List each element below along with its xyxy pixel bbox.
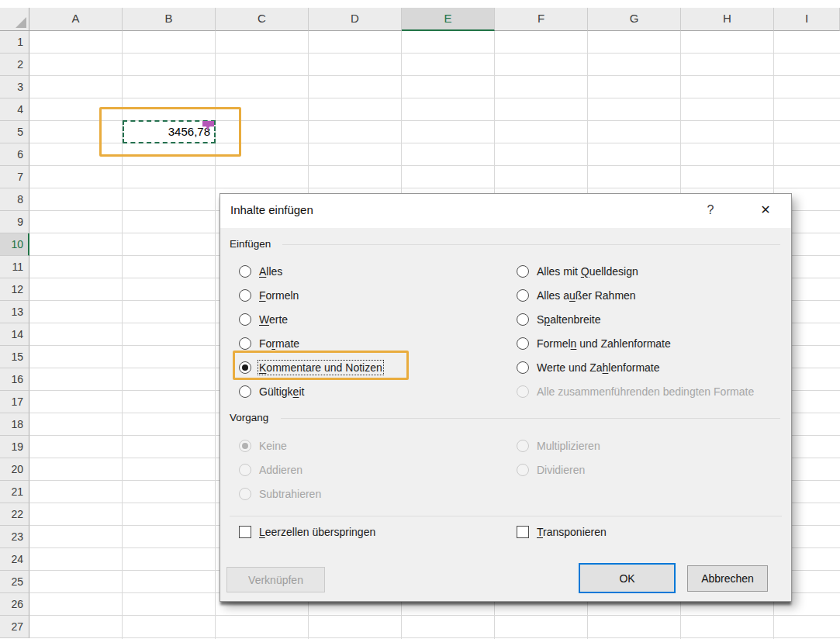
vorgang-options-right: MultiplizierenDividieren (517, 433, 600, 482)
option-label: Alles (259, 265, 282, 278)
dialog-title: Inhalte einfügen (230, 194, 313, 226)
row-header-3[interactable]: 3 (0, 76, 29, 98)
option-label: Alles mit Quelldesign (537, 265, 638, 278)
select-all-corner[interactable] (0, 8, 29, 31)
radio-gueltigkeit[interactable]: Gültigkeit (239, 379, 382, 403)
einfuegen-options-left: AllesFormelnWerteFormateKommentare und N… (239, 259, 382, 403)
option-label: Werte (259, 313, 288, 326)
row-header-2[interactable]: 2 (0, 54, 29, 76)
radio-dividieren: Dividieren (517, 458, 600, 482)
option-label: Dividieren (537, 464, 585, 476)
column-header-A[interactable]: A (29, 8, 123, 31)
radio-spaltenbreite[interactable]: Spaltenbreite (517, 307, 754, 331)
column-header-G[interactable]: G (588, 8, 681, 31)
row-header-7[interactable]: 7 (0, 166, 29, 188)
radio-werte[interactable]: Werte (239, 307, 382, 331)
row-header-10[interactable]: 10 (0, 233, 29, 256)
help-icon[interactable]: ? (703, 194, 718, 226)
radio-icon (239, 440, 251, 452)
annotation-box-kommentare (233, 351, 409, 380)
radio-icon[interactable] (239, 337, 251, 350)
row-header-17[interactable]: 17 (0, 391, 29, 413)
group-divider-einfuegen (282, 244, 780, 245)
row-header-15[interactable]: 15 (0, 346, 29, 368)
verknuepfen-button: Verknüpfen (226, 567, 325, 592)
option-label: Alle zusammenführenden bedingten Formate (537, 385, 754, 398)
radio-icon[interactable] (239, 289, 251, 302)
radio-icon (239, 488, 251, 500)
column-header-D[interactable]: D (309, 8, 402, 31)
column-header-F[interactable]: F (495, 8, 588, 31)
column-header-I[interactable]: I (774, 8, 840, 31)
option-label: Werte und Zahlenformate (537, 361, 660, 374)
radio-alle-zusammenfuehrenden-bedingten-formate: Alle zusammenführenden bedingten Formate (517, 379, 754, 403)
column-header-H[interactable]: H (681, 8, 774, 31)
section-divider (230, 516, 782, 516)
radio-multiplizieren: Multiplizieren (517, 433, 600, 458)
radio-formeln-und-zahlenformate[interactable]: Formeln und Zahlenformate (517, 331, 754, 355)
row-header-12[interactable]: 12 (0, 278, 29, 301)
row-header-4[interactable]: 4 (0, 98, 29, 121)
group-divider-vorgang (281, 418, 780, 419)
abbrechen-button[interactable]: Abbrechen (687, 565, 768, 592)
radio-formeln[interactable]: Formeln (239, 283, 382, 307)
row-header-16[interactable]: 16 (0, 368, 29, 391)
row-header-24[interactable]: 24 (0, 548, 29, 571)
row-header-22[interactable]: 22 (0, 503, 29, 526)
ok-button[interactable]: OK (579, 563, 676, 593)
option-label: Transponieren (537, 526, 607, 538)
row-header-5[interactable]: 5 (0, 121, 29, 143)
row-header-14[interactable]: 14 (0, 323, 29, 346)
row-headers: 1234567891011121314151617181920212223242… (0, 31, 29, 638)
radio-alles[interactable]: Alles (239, 259, 382, 283)
checkbox-transponieren[interactable]: Transponieren (517, 520, 607, 544)
radio-werte-und-zahlenformate[interactable]: Werte und Zahlenformate (517, 355, 754, 379)
radio-icon[interactable] (517, 337, 529, 350)
radio-icon[interactable] (517, 361, 529, 374)
row-header-23[interactable]: 23 (0, 526, 29, 548)
row-header-19[interactable]: 19 (0, 436, 29, 458)
option-label: Addieren (259, 464, 302, 476)
checkbox-area-right: Transponieren (517, 520, 607, 544)
checkbox-area-left: Leerzellen überspringen (239, 520, 375, 544)
checkbox-leerzellen-ueberspringen[interactable]: Leerzellen überspringen (239, 520, 375, 544)
row-header-6[interactable]: 6 (0, 143, 29, 166)
option-label: Formeln und Zahlenformate (537, 337, 671, 350)
row-header-27[interactable]: 27 (0, 616, 29, 638)
checkbox-icon[interactable] (517, 526, 529, 538)
radio-alles-ausser-rahmen[interactable]: Alles außer Rahmen (517, 283, 754, 307)
row-header-11[interactable]: 11 (0, 256, 29, 278)
row-header-18[interactable]: 18 (0, 413, 29, 436)
radio-icon[interactable] (517, 289, 529, 302)
option-label: Keine (259, 440, 287, 452)
column-header-B[interactable]: B (123, 8, 216, 31)
column-header-C[interactable]: C (216, 8, 309, 31)
radio-icon (239, 464, 251, 476)
option-label: Spaltenbreite (537, 313, 601, 326)
row-header-26[interactable]: 26 (0, 593, 29, 616)
option-label: Multiplizieren (537, 440, 600, 452)
row-header-8[interactable]: 8 (0, 188, 29, 211)
radio-icon[interactable] (239, 385, 251, 398)
row-header-21[interactable]: 21 (0, 481, 29, 503)
close-icon[interactable]: ✕ (755, 194, 776, 226)
radio-icon[interactable] (517, 265, 529, 278)
row-header-1[interactable]: 1 (0, 31, 29, 54)
radio-alles-mit-quelldesign[interactable]: Alles mit Quelldesign (517, 259, 754, 283)
option-label: Alles außer Rahmen (537, 289, 636, 302)
radio-icon[interactable] (517, 313, 529, 326)
row-header-20[interactable]: 20 (0, 458, 29, 481)
radio-icon[interactable] (239, 313, 251, 326)
dialog-titlebar: Inhalte einfügen ? ✕ (220, 194, 791, 228)
option-label: Subtrahieren (259, 488, 321, 500)
excel-window: ABCDEFGHI 123456789101112131415161718192… (0, 0, 840, 639)
checkbox-icon[interactable] (239, 526, 251, 538)
select-all-icon (16, 17, 26, 28)
row-header-13[interactable]: 13 (0, 301, 29, 323)
column-header-E[interactable]: E (402, 8, 495, 31)
radio-icon (517, 464, 529, 476)
row-header-9[interactable]: 9 (0, 211, 29, 233)
row-header-25[interactable]: 25 (0, 571, 29, 593)
radio-icon[interactable] (239, 265, 251, 278)
column-headers: ABCDEFGHI (29, 8, 840, 31)
